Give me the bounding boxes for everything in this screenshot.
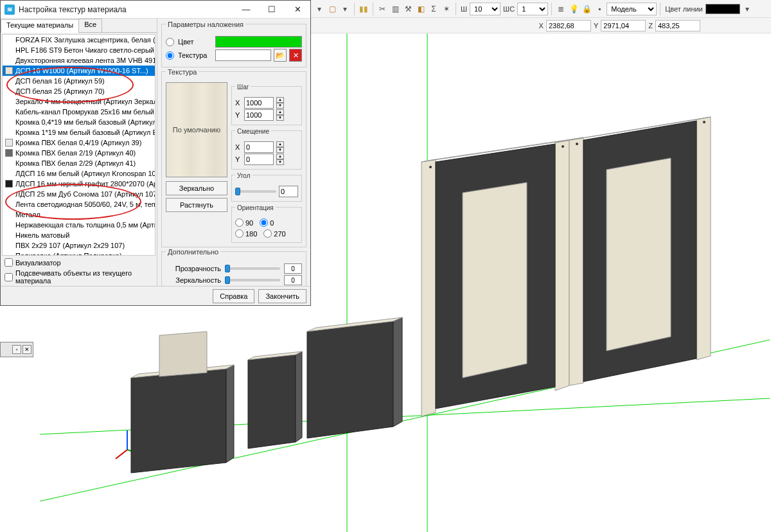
dialog-footer: Справка Закончить bbox=[1, 286, 310, 305]
lock-icon[interactable]: 🔒 bbox=[581, 3, 592, 15]
flag-icon[interactable]: ▪ bbox=[594, 3, 605, 15]
dropdown-icon[interactable]: ▾ bbox=[314, 3, 325, 15]
material-swatch bbox=[5, 190, 13, 198]
material-item[interactable]: ДСП белая 16 (Артикул 59) bbox=[3, 76, 155, 86]
orient-270[interactable]: 270 bbox=[263, 229, 285, 238]
material-item[interactable]: Зеркало 4 мм бесцветный (Артикул Зеркало… bbox=[3, 96, 155, 107]
tool-icon[interactable]: ⚒ bbox=[402, 3, 414, 15]
stretch-button[interactable]: Растянуть bbox=[166, 198, 227, 212]
texture-preview[interactable]: По умолчанию bbox=[166, 82, 227, 177]
cut-icon[interactable]: ✂ bbox=[377, 3, 388, 15]
transparency-slider[interactable] bbox=[225, 267, 280, 270]
material-swatch bbox=[5, 221, 13, 229]
material-item[interactable]: ДСП белая 25 (Артикул 70) bbox=[3, 86, 155, 96]
cube-icon[interactable]: ▢ bbox=[326, 3, 338, 15]
extra-group: Дополнительно Прозрачность Зеркальность … bbox=[161, 251, 306, 286]
restore-icon[interactable]: ▫ bbox=[12, 345, 21, 354]
tab-current[interactable]: Текущие материалы bbox=[1, 19, 79, 33]
dialog-titlebar[interactable]: ≋ Настройка текстур материала — ☐ ✕ bbox=[1, 1, 310, 19]
material-item[interactable]: Кромка ПВХ белая 0,4/19 (Артикул 39) bbox=[3, 137, 155, 148]
angle-slider[interactable] bbox=[235, 190, 276, 193]
close-mini-icon[interactable]: ✕ bbox=[22, 345, 31, 354]
books-icon[interactable]: ▮▮ bbox=[358, 3, 369, 15]
material-item[interactable]: ЛДСП 16 мм черный графит 2800*2070 (Арти bbox=[3, 179, 155, 189]
material-item[interactable]: Кромка ПВХ белая 2/19 (Артикул 40) bbox=[3, 148, 155, 158]
material-item[interactable]: ЛДСП 25 мм Дуб Сонома 107 (Артикул 107-2… bbox=[3, 189, 155, 199]
material-item[interactable]: Кромка ПВХ белая 2/29 (Артикул 41) bbox=[3, 158, 155, 168]
box-icon[interactable]: ◧ bbox=[415, 3, 427, 15]
material-item[interactable]: Полировка (Артикул Полировка) bbox=[3, 251, 155, 256]
width-select[interactable]: 10 bbox=[470, 3, 501, 15]
material-swatch bbox=[5, 67, 13, 75]
visualizer-checkbox[interactable]: Визуализатор bbox=[4, 258, 153, 267]
color-swatch[interactable] bbox=[215, 36, 302, 48]
close-button[interactable]: ✕ bbox=[285, 1, 310, 19]
material-item[interactable]: Двухсторонняя клеевая лента 3М VHB 4910F… bbox=[3, 55, 155, 66]
texture-path-input[interactable] bbox=[215, 49, 271, 61]
orient-0[interactable]: 0 bbox=[260, 218, 274, 227]
material-item[interactable]: Металл bbox=[3, 209, 155, 220]
overlay-group: Параметры наложения Цвет Текстура 📂 ✕ bbox=[161, 24, 306, 67]
coord-z-input[interactable] bbox=[655, 20, 700, 31]
model-select[interactable]: Модель bbox=[607, 3, 657, 15]
offset-x-input[interactable] bbox=[244, 141, 274, 153]
angle-input[interactable] bbox=[279, 186, 298, 197]
material-item[interactable]: Нержавеющая сталь толщина 0,5 мм (Артику… bbox=[3, 220, 155, 230]
svg-marker-15 bbox=[393, 317, 402, 427]
delete-texture-button[interactable]: ✕ bbox=[289, 49, 302, 62]
mirror-slider[interactable] bbox=[225, 279, 280, 281]
sigma-icon[interactable]: Σ bbox=[428, 3, 439, 15]
browse-button[interactable]: 📂 bbox=[274, 49, 287, 62]
material-label: Кромка ПВХ белая 2/29 (Артикул 41) bbox=[15, 159, 136, 167]
panel-icon[interactable]: ▥ bbox=[389, 3, 401, 15]
bulb-icon[interactable]: 💡 bbox=[568, 3, 580, 15]
material-item[interactable]: ЛДСП 16 мм белый (Артикул Kronospan 101 … bbox=[3, 168, 155, 179]
texture-settings-dialog: ≋ Настройка текстур материала — ☐ ✕ Теку… bbox=[0, 0, 311, 306]
orientation-group: Ориентация 90 0 180 270 bbox=[231, 207, 302, 243]
orient-180[interactable]: 180 bbox=[235, 229, 257, 238]
orient-90[interactable]: 90 bbox=[235, 218, 253, 227]
width-label: Ш bbox=[461, 5, 467, 13]
material-item[interactable]: Лента светодиодная 5050/60, 24V, 5 м, те… bbox=[3, 199, 155, 209]
finish-button[interactable]: Закончить bbox=[258, 289, 306, 303]
svg-marker-20 bbox=[463, 182, 527, 378]
layers-icon[interactable]: ≣ bbox=[555, 3, 567, 15]
widthc-select[interactable]: 1 bbox=[517, 3, 548, 15]
svg-marker-24 bbox=[607, 158, 671, 351]
transparency-value[interactable] bbox=[284, 263, 302, 274]
material-item[interactable]: Кромка 0,4*19 мм белый базовый (Артикул … bbox=[3, 117, 155, 127]
tab-all[interactable]: Все bbox=[78, 19, 102, 32]
material-list[interactable]: FORZA FIX Заглушка эксцентрика, белая (А… bbox=[2, 34, 155, 256]
offset-y-input[interactable] bbox=[244, 154, 274, 165]
step-x-input[interactable] bbox=[244, 97, 274, 109]
help-button[interactable]: Справка bbox=[213, 289, 254, 303]
texture-radio[interactable] bbox=[166, 51, 174, 60]
maximize-button[interactable]: ☐ bbox=[259, 1, 285, 19]
mirror-value[interactable] bbox=[284, 275, 302, 285]
minimize-button[interactable]: — bbox=[233, 1, 259, 19]
material-label: ПВХ 2х29 107 (Артикул 2х29 107) bbox=[15, 242, 125, 249]
material-label: ДСП белая 25 (Артикул 70) bbox=[15, 87, 105, 95]
highlight-checkbox[interactable]: Подсвечивать объекты из текущего материа… bbox=[4, 269, 153, 285]
line-color-swatch[interactable] bbox=[705, 4, 740, 14]
material-label: ДСП белая 16 (Артикул 59) bbox=[15, 77, 105, 85]
wand-icon[interactable]: ✶ bbox=[441, 3, 452, 15]
material-item[interactable]: ДСП 16 W1000 (Артикул W1000-16 ST...) bbox=[3, 66, 155, 76]
mirror-button[interactable]: Зеркально bbox=[166, 181, 227, 195]
material-swatch bbox=[5, 57, 13, 64]
collapsed-panel[interactable]: ▫ ✕ bbox=[0, 342, 33, 357]
material-item[interactable]: Кабель-канал Промрукав 25х16 мм белый 2 … bbox=[3, 107, 155, 117]
material-item[interactable]: Никель матовый bbox=[3, 230, 155, 240]
top-toolbar: ▾ ▢▾ ▮▮ ✂ ▥ ⚒ ◧ Σ ✶ Ш 10 ШС 1 ≣ 💡 🔒 ▪ Мо… bbox=[311, 0, 771, 18]
step-y-input[interactable] bbox=[244, 109, 274, 121]
color-radio[interactable] bbox=[166, 38, 174, 46]
coord-z-label: Z bbox=[648, 22, 653, 30]
material-item[interactable]: Кромка 1*19 мм белый базовый (Артикул Eg… bbox=[3, 127, 155, 137]
material-item[interactable]: ПВХ 2х29 107 (Артикул 2х29 107) bbox=[3, 240, 155, 251]
coord-y-input[interactable] bbox=[601, 20, 646, 31]
coord-x-input[interactable] bbox=[546, 20, 591, 31]
material-item[interactable]: HPL F186 ST9 Бетон Чикаго светло-серый (… bbox=[3, 45, 155, 55]
svg-marker-18 bbox=[555, 140, 569, 391]
material-item[interactable]: FORZA FIX Заглушка эксцентрика, белая (А… bbox=[3, 35, 155, 45]
material-swatch bbox=[5, 139, 13, 146]
